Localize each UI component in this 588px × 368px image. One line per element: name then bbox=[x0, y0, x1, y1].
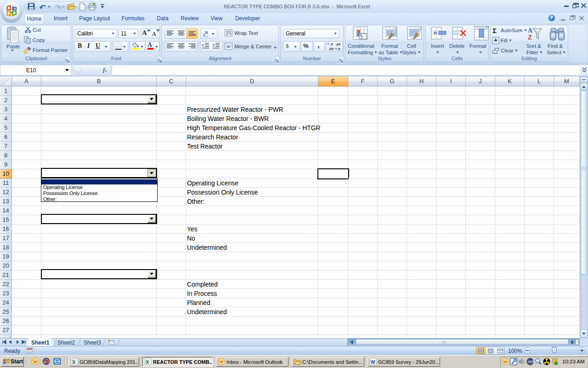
svg-text:X: X bbox=[146, 359, 149, 365]
svg-text:.00: .00 bbox=[335, 42, 341, 46]
svg-text:OCP: OCP bbox=[527, 360, 534, 363]
svg-text:.00: .00 bbox=[328, 47, 334, 51]
svg-text:Z: Z bbox=[528, 34, 532, 41]
svg-text:W: W bbox=[371, 359, 376, 365]
svg-text:a: a bbox=[227, 44, 229, 49]
svg-text:.0: .0 bbox=[337, 47, 340, 51]
svg-text:A: A bbox=[528, 27, 533, 34]
svg-text:.0: .0 bbox=[330, 42, 333, 46]
svg-text:X: X bbox=[72, 359, 76, 365]
